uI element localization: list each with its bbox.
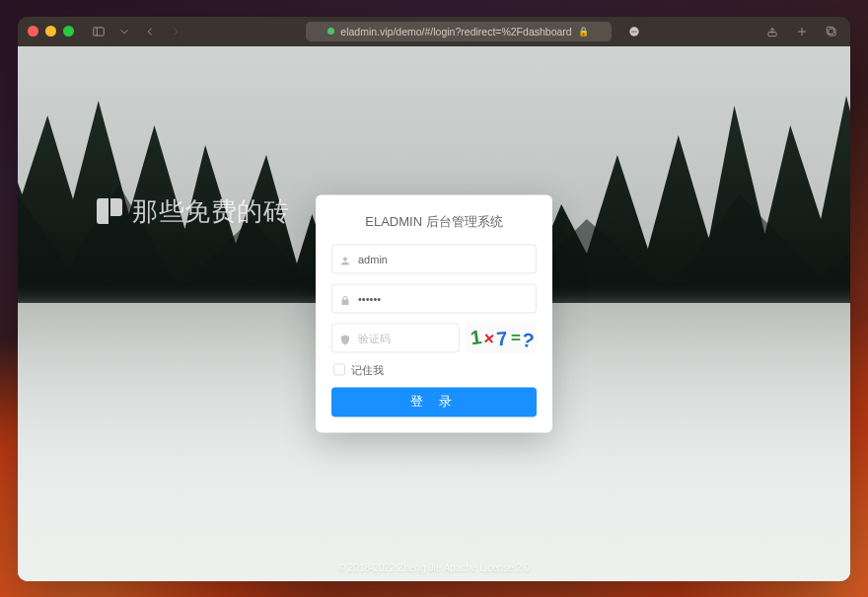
lock-icon: 🔒 xyxy=(578,27,589,37)
svg-text:?: ? xyxy=(520,328,536,351)
user-icon xyxy=(339,253,351,264)
username-input[interactable] xyxy=(331,244,537,273)
desktop-background: eladmin.vip/demo/#/login?redirect=%2Fdas… xyxy=(0,0,868,597)
new-tab-icon[interactable] xyxy=(793,23,811,40)
remember-me-label: 记住我 xyxy=(351,362,384,377)
address-bar-url: eladmin.vip/demo/#/login?redirect=%2Fdas… xyxy=(340,26,571,37)
svg-text:=: = xyxy=(511,328,521,346)
svg-rect-8 xyxy=(827,27,833,34)
username-field-wrapper xyxy=(331,244,537,273)
shield-icon xyxy=(339,332,351,343)
login-title: ELADMIN 后台管理系统 xyxy=(331,212,537,230)
minimize-window-button[interactable] xyxy=(45,26,56,37)
address-bar[interactable]: eladmin.vip/demo/#/login?redirect=%2Fdas… xyxy=(306,22,612,41)
back-button[interactable] xyxy=(141,23,159,40)
svg-text:1: 1 xyxy=(469,326,482,348)
password-input[interactable] xyxy=(331,283,537,313)
sidebar-toggle-icon[interactable] xyxy=(90,23,108,40)
tab-overview-icon[interactable] xyxy=(823,23,840,40)
browser-toolbar: eladmin.vip/demo/#/login?redirect=%2Fdas… xyxy=(18,17,850,46)
remember-me-checkbox[interactable]: 记住我 xyxy=(333,362,537,377)
checkbox-box xyxy=(333,364,345,376)
zoom-window-button[interactable] xyxy=(63,26,74,37)
svg-rect-7 xyxy=(829,29,835,36)
svg-text:7: 7 xyxy=(495,327,508,349)
site-status-dot xyxy=(327,28,334,35)
captcha-field-wrapper xyxy=(331,323,460,352)
window-controls xyxy=(28,26,74,37)
captcha-image[interactable]: 1 × 7 = ? xyxy=(466,323,537,352)
chevron-down-icon[interactable] xyxy=(115,23,133,40)
page-viewport: 那些免费的砖 ELADMIN 后台管理系统 xyxy=(18,46,850,581)
password-field-wrapper xyxy=(331,283,537,313)
share-icon[interactable] xyxy=(763,23,781,40)
page-footer: © 2018-2022 Zheng Jie Apache License 2.0 xyxy=(18,562,850,573)
close-window-button[interactable] xyxy=(28,26,38,37)
reader-toggle-icon[interactable]: ••• xyxy=(625,23,643,40)
lock-icon xyxy=(339,292,351,304)
svg-rect-0 xyxy=(94,27,105,35)
svg-text:•••: ••• xyxy=(631,28,637,34)
browser-window: eladmin.vip/demo/#/login?redirect=%2Fdas… xyxy=(18,17,850,581)
svg-text:×: × xyxy=(483,328,496,348)
login-card: ELADMIN 后台管理系统 xyxy=(316,194,552,432)
login-button[interactable]: 登 录 xyxy=(331,387,537,416)
forward-button xyxy=(167,23,184,40)
